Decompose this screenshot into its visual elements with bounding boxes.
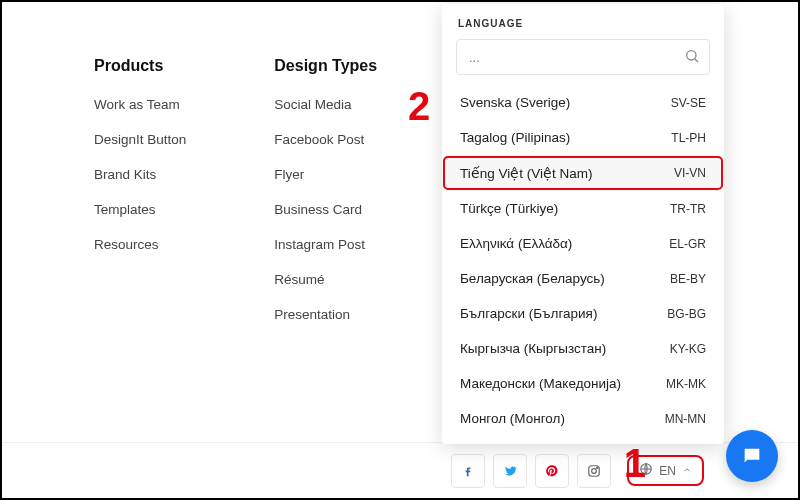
svg-point-3 bbox=[592, 468, 597, 473]
language-code: MK-MK bbox=[666, 377, 706, 391]
chevron-up-icon bbox=[682, 464, 692, 478]
language-search-input[interactable] bbox=[456, 39, 710, 75]
footer-link[interactable]: Facebook Post bbox=[274, 132, 377, 147]
language-option[interactable]: Български (България)BG-BG bbox=[442, 296, 724, 331]
footer-bottom-bar: EN bbox=[2, 442, 798, 498]
language-code: VI-VN bbox=[674, 166, 706, 180]
chat-button[interactable] bbox=[726, 430, 778, 482]
language-name: Ελληνικά (Ελλάδα) bbox=[460, 236, 572, 251]
language-code: TL-PH bbox=[671, 131, 706, 145]
footer-link[interactable]: Résumé bbox=[274, 272, 377, 287]
language-name: Türkçe (Türkiye) bbox=[460, 201, 558, 216]
footer-link[interactable]: Resources bbox=[94, 237, 186, 252]
language-code: SV-SE bbox=[671, 96, 706, 110]
language-option[interactable]: Монгол (Монгол)MN-MN bbox=[442, 401, 724, 436]
footer-link[interactable]: Instagram Post bbox=[274, 237, 377, 252]
language-selector-button[interactable]: EN bbox=[627, 455, 704, 486]
language-option[interactable]: Türkçe (Türkiye)TR-TR bbox=[442, 191, 724, 226]
footer-link[interactable]: Flyer bbox=[274, 167, 377, 182]
language-list: Svenska (Sverige)SV-SETagalog (Pilipinas… bbox=[442, 83, 724, 438]
language-option[interactable]: Кыргызча (Кыргызстан)KY-KG bbox=[442, 331, 724, 366]
search-icon bbox=[684, 48, 700, 64]
column-links-design-types: Social MediaFacebook PostFlyerBusiness C… bbox=[274, 97, 377, 322]
language-code-label: EN bbox=[659, 464, 676, 478]
footer-link[interactable]: Work as Team bbox=[94, 97, 186, 112]
footer-link[interactable]: Presentation bbox=[274, 307, 377, 322]
language-name: Монгол (Монгол) bbox=[460, 411, 565, 426]
footer-link[interactable]: Brand Kits bbox=[94, 167, 186, 182]
language-name: Кыргызча (Кыргызстан) bbox=[460, 341, 606, 356]
svg-point-4 bbox=[597, 467, 598, 468]
footer-link[interactable]: DesignIt Button bbox=[94, 132, 186, 147]
language-panel-header: LANGUAGE bbox=[442, 4, 724, 39]
globe-icon bbox=[639, 462, 653, 479]
language-name: Tiếng Việt (Việt Nam) bbox=[460, 165, 593, 181]
footer-link[interactable]: Social Media bbox=[274, 97, 377, 112]
facebook-icon[interactable] bbox=[451, 454, 485, 488]
svg-line-1 bbox=[695, 59, 698, 62]
column-design-types: Design Types Social MediaFacebook PostFl… bbox=[274, 57, 377, 342]
language-option[interactable]: Tagalog (Pilipinas)TL-PH bbox=[442, 120, 724, 155]
language-code: TR-TR bbox=[670, 202, 706, 216]
language-search-wrapper bbox=[456, 39, 710, 75]
language-name: Македонски (Македонија) bbox=[460, 376, 621, 391]
language-name: Беларуская (Беларусь) bbox=[460, 271, 605, 286]
language-code: BG-BG bbox=[667, 307, 706, 321]
column-title-products: Products bbox=[94, 57, 186, 75]
svg-point-0 bbox=[687, 51, 696, 60]
language-option[interactable]: Ελληνικά (Ελλάδα)EL-GR bbox=[442, 226, 724, 261]
footer-link[interactable]: Business Card bbox=[274, 202, 377, 217]
language-name: Svenska (Sverige) bbox=[460, 95, 570, 110]
language-code: KY-KG bbox=[670, 342, 706, 356]
language-option[interactable]: Tiếng Việt (Việt Nam)VI-VN bbox=[442, 155, 724, 191]
column-products: Products Work as TeamDesignIt ButtonBran… bbox=[94, 57, 186, 342]
footer-link[interactable]: Templates bbox=[94, 202, 186, 217]
column-links-products: Work as TeamDesignIt ButtonBrand KitsTem… bbox=[94, 97, 186, 252]
language-name: Tagalog (Pilipinas) bbox=[460, 130, 570, 145]
language-code: BE-BY bbox=[670, 272, 706, 286]
social-links bbox=[451, 454, 611, 488]
instagram-icon[interactable] bbox=[577, 454, 611, 488]
twitter-icon[interactable] bbox=[493, 454, 527, 488]
language-code: MN-MN bbox=[665, 412, 706, 426]
language-option[interactable]: Македонски (Македонија)MK-MK bbox=[442, 366, 724, 401]
language-option[interactable]: Svenska (Sverige)SV-SE bbox=[442, 85, 724, 120]
language-option[interactable]: Беларуская (Беларусь)BE-BY bbox=[442, 261, 724, 296]
column-title-design-types: Design Types bbox=[274, 57, 377, 75]
language-code: EL-GR bbox=[669, 237, 706, 251]
language-dropdown-panel: LANGUAGE Svenska (Sverige)SV-SETagalog (… bbox=[442, 4, 724, 444]
language-name: Български (България) bbox=[460, 306, 597, 321]
pinterest-icon[interactable] bbox=[535, 454, 569, 488]
